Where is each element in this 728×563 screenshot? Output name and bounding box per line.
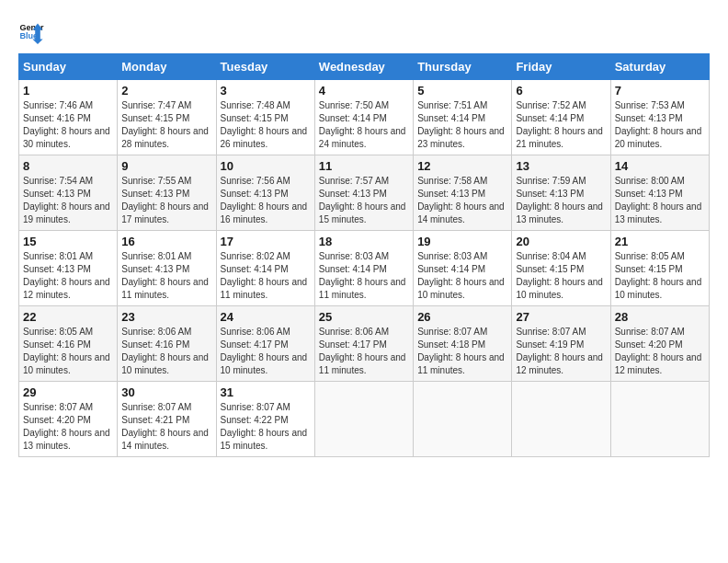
day-number: 7 [615, 84, 705, 98]
day-info: Sunrise: 8:05 AMSunset: 4:15 PMDaylight:… [615, 250, 705, 302]
calendar-week-1: 1Sunrise: 7:46 AMSunset: 4:16 PMDaylight… [19, 80, 710, 155]
day-info: Sunrise: 8:07 AMSunset: 4:22 PMDaylight:… [221, 401, 311, 453]
calendar-week-5: 29Sunrise: 8:07 AMSunset: 4:20 PMDayligh… [19, 382, 710, 457]
day-number: 4 [319, 84, 409, 98]
day-info: Sunrise: 7:54 AMSunset: 4:13 PMDaylight:… [23, 175, 113, 226]
day-number: 29 [23, 385, 113, 399]
calendar-day-18: 18Sunrise: 8:03 AMSunset: 4:14 PMDayligh… [314, 231, 413, 306]
calendar-day-24: 24Sunrise: 8:06 AMSunset: 4:17 PMDayligh… [216, 306, 314, 382]
empty-cell [610, 382, 709, 457]
calendar-header-row: SundayMondayTuesdayWednesdayThursdayFrid… [19, 54, 710, 80]
day-info: Sunrise: 7:56 AMSunset: 4:13 PMDaylight:… [221, 175, 311, 226]
day-info: Sunrise: 8:07 AMSunset: 4:19 PMDaylight:… [516, 326, 606, 377]
calendar-day-22: 22Sunrise: 8:05 AMSunset: 4:16 PMDayligh… [19, 306, 118, 382]
day-number: 10 [221, 159, 311, 173]
day-info: Sunrise: 8:02 AMSunset: 4:14 PMDaylight:… [221, 250, 311, 302]
calendar-day-21: 21Sunrise: 8:05 AMSunset: 4:15 PMDayligh… [610, 231, 709, 306]
header-friday: Friday [512, 54, 610, 80]
calendar-day-12: 12Sunrise: 7:58 AMSunset: 4:13 PMDayligh… [414, 155, 512, 231]
calendar-day-11: 11Sunrise: 7:57 AMSunset: 4:13 PMDayligh… [314, 155, 413, 231]
day-info: Sunrise: 7:46 AMSunset: 4:16 PMDaylight:… [23, 99, 113, 151]
day-info: Sunrise: 8:03 AMSunset: 4:14 PMDaylight:… [417, 250, 507, 302]
day-number: 17 [221, 235, 311, 248]
day-info: Sunrise: 8:06 AMSunset: 4:17 PMDaylight:… [319, 326, 409, 377]
page-header: General Blue [18, 18, 710, 44]
calendar-day-23: 23Sunrise: 8:06 AMSunset: 4:16 PMDayligh… [118, 306, 216, 382]
calendar-day-30: 30Sunrise: 8:07 AMSunset: 4:21 PMDayligh… [118, 382, 216, 457]
logo-icon: General Blue [18, 18, 44, 44]
logo: General Blue [18, 18, 44, 44]
day-number: 22 [23, 310, 113, 324]
day-info: Sunrise: 7:50 AMSunset: 4:14 PMDaylight:… [319, 99, 409, 151]
day-number: 16 [121, 235, 211, 248]
day-number: 27 [516, 310, 606, 324]
day-number: 14 [615, 159, 705, 173]
day-info: Sunrise: 8:07 AMSunset: 4:21 PMDaylight:… [121, 401, 211, 453]
calendar-day-1: 1Sunrise: 7:46 AMSunset: 4:16 PMDaylight… [19, 80, 118, 155]
day-number: 25 [319, 310, 409, 324]
day-info: Sunrise: 8:06 AMSunset: 4:17 PMDaylight:… [221, 326, 311, 377]
day-number: 2 [121, 84, 211, 98]
day-number: 28 [615, 310, 705, 324]
day-number: 20 [516, 235, 606, 248]
empty-cell [512, 382, 610, 457]
day-info: Sunrise: 7:58 AMSunset: 4:13 PMDaylight:… [417, 175, 507, 226]
day-info: Sunrise: 7:47 AMSunset: 4:15 PMDaylight:… [121, 99, 211, 151]
calendar-day-19: 19Sunrise: 8:03 AMSunset: 4:14 PMDayligh… [414, 231, 512, 306]
empty-cell [414, 382, 512, 457]
calendar-day-29: 29Sunrise: 8:07 AMSunset: 4:20 PMDayligh… [19, 382, 118, 457]
calendar-day-20: 20Sunrise: 8:04 AMSunset: 4:15 PMDayligh… [512, 231, 610, 306]
calendar-day-25: 25Sunrise: 8:06 AMSunset: 4:17 PMDayligh… [314, 306, 413, 382]
day-info: Sunrise: 7:59 AMSunset: 4:13 PMDaylight:… [516, 175, 606, 226]
day-number: 23 [121, 310, 211, 324]
calendar-day-5: 5Sunrise: 7:51 AMSunset: 4:14 PMDaylight… [414, 80, 512, 155]
day-info: Sunrise: 8:04 AMSunset: 4:15 PMDaylight:… [516, 250, 606, 302]
calendar-day-7: 7Sunrise: 7:53 AMSunset: 4:13 PMDaylight… [610, 80, 709, 155]
calendar-day-4: 4Sunrise: 7:50 AMSunset: 4:14 PMDaylight… [314, 80, 413, 155]
day-info: Sunrise: 7:57 AMSunset: 4:13 PMDaylight:… [319, 175, 409, 226]
day-number: 13 [516, 159, 606, 173]
day-info: Sunrise: 8:01 AMSunset: 4:13 PMDaylight:… [23, 250, 113, 302]
day-number: 6 [516, 84, 606, 98]
header-tuesday: Tuesday [216, 54, 314, 80]
calendar-day-9: 9Sunrise: 7:55 AMSunset: 4:13 PMDaylight… [118, 155, 216, 231]
calendar-day-10: 10Sunrise: 7:56 AMSunset: 4:13 PMDayligh… [216, 155, 314, 231]
day-number: 18 [319, 235, 409, 248]
day-number: 5 [417, 84, 507, 98]
calendar-day-27: 27Sunrise: 8:07 AMSunset: 4:19 PMDayligh… [512, 306, 610, 382]
day-info: Sunrise: 7:53 AMSunset: 4:13 PMDaylight:… [615, 99, 705, 151]
calendar-table: SundayMondayTuesdayWednesdayThursdayFrid… [18, 53, 710, 457]
day-number: 11 [319, 159, 409, 173]
day-number: 15 [23, 235, 113, 248]
day-info: Sunrise: 7:55 AMSunset: 4:13 PMDaylight:… [121, 175, 211, 226]
day-number: 21 [615, 235, 705, 248]
calendar-week-3: 15Sunrise: 8:01 AMSunset: 4:13 PMDayligh… [19, 231, 710, 306]
day-info: Sunrise: 7:52 AMSunset: 4:14 PMDaylight:… [516, 99, 606, 151]
calendar-day-28: 28Sunrise: 8:07 AMSunset: 4:20 PMDayligh… [610, 306, 709, 382]
day-info: Sunrise: 8:07 AMSunset: 4:20 PMDaylight:… [615, 326, 705, 377]
day-info: Sunrise: 7:51 AMSunset: 4:14 PMDaylight:… [417, 99, 507, 151]
calendar-day-8: 8Sunrise: 7:54 AMSunset: 4:13 PMDaylight… [19, 155, 118, 231]
calendar-day-3: 3Sunrise: 7:48 AMSunset: 4:15 PMDaylight… [216, 80, 314, 155]
calendar-day-15: 15Sunrise: 8:01 AMSunset: 4:13 PMDayligh… [19, 231, 118, 306]
day-number: 12 [417, 159, 507, 173]
day-info: Sunrise: 7:48 AMSunset: 4:15 PMDaylight:… [221, 99, 311, 151]
calendar-day-14: 14Sunrise: 8:00 AMSunset: 4:13 PMDayligh… [610, 155, 709, 231]
calendar-week-2: 8Sunrise: 7:54 AMSunset: 4:13 PMDaylight… [19, 155, 710, 231]
day-info: Sunrise: 8:06 AMSunset: 4:16 PMDaylight:… [121, 326, 211, 377]
day-number: 8 [23, 159, 113, 173]
header-wednesday: Wednesday [314, 54, 413, 80]
header-monday: Monday [118, 54, 216, 80]
day-number: 3 [221, 84, 311, 98]
day-info: Sunrise: 8:07 AMSunset: 4:20 PMDaylight:… [23, 401, 113, 453]
header-saturday: Saturday [610, 54, 709, 80]
day-number: 19 [417, 235, 507, 248]
day-info: Sunrise: 8:03 AMSunset: 4:14 PMDaylight:… [319, 250, 409, 302]
calendar-week-4: 22Sunrise: 8:05 AMSunset: 4:16 PMDayligh… [19, 306, 710, 382]
calendar-day-6: 6Sunrise: 7:52 AMSunset: 4:14 PMDaylight… [512, 80, 610, 155]
day-number: 24 [221, 310, 311, 324]
day-info: Sunrise: 8:01 AMSunset: 4:13 PMDaylight:… [121, 250, 211, 302]
empty-cell [314, 382, 413, 457]
calendar-day-2: 2Sunrise: 7:47 AMSunset: 4:15 PMDaylight… [118, 80, 216, 155]
day-number: 26 [417, 310, 507, 324]
